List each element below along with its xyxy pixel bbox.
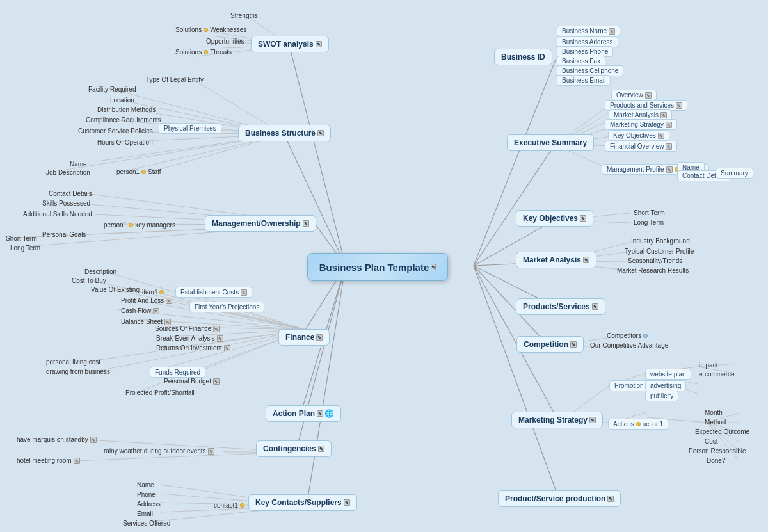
es-summary: Summary	[716, 168, 753, 179]
comp-edit-icon[interactable]: ✎	[570, 341, 577, 348]
ma-research: Market Research Results	[614, 266, 691, 275]
market-analysis-node[interactable]: Market Analysis ✎	[516, 252, 596, 268]
svg-line-0	[289, 45, 346, 266]
bs-distribution: Distribution Methods	[95, 106, 158, 114]
es-marketing: Marketing Strategy ✎	[605, 119, 677, 130]
fin-roi-icon[interactable]: ✎	[224, 345, 230, 351]
bid-name-icon[interactable]: ✎	[609, 28, 615, 35]
fin-src-icon[interactable]: ✎	[213, 326, 220, 332]
psp-edit-icon[interactable]: ✎	[607, 496, 614, 502]
fin-description: Description	[82, 268, 119, 276]
business-id-label: Business ID	[501, 52, 545, 61]
market-analysis-label: Market Analysis	[523, 255, 581, 264]
fin-personal-living: personal living cost	[44, 358, 103, 366]
finance-node[interactable]: Finance ✎	[278, 329, 330, 346]
swot-solutions-w: SolutionsWeaknesses	[173, 26, 249, 34]
executive-summary-node[interactable]: Executive Summary	[507, 134, 594, 151]
fin-profit-loss: Profit And Loss ✎	[118, 296, 175, 305]
svg-line-8	[474, 145, 555, 266]
ms-done: Done?	[704, 456, 728, 465]
fin-bs-icon[interactable]: ✎	[164, 319, 171, 325]
cont-marquis-icon[interactable]: ✎	[90, 437, 97, 443]
ap-edit-icon[interactable]: ✎	[317, 410, 323, 417]
ps-edit-icon[interactable]: ✎	[592, 303, 598, 310]
svg-line-5	[296, 266, 346, 452]
bs-person1: person1Staff	[114, 168, 164, 176]
product-service-production-node[interactable]: Product/Service production ✎	[498, 490, 621, 507]
fin-edit-icon[interactable]: ✎	[316, 334, 323, 341]
ms-actions-node[interactable]: Actions action1	[608, 419, 668, 430]
fin-pl-icon[interactable]: ✎	[166, 298, 172, 304]
bs-customer-service: Customer Service Policies	[76, 127, 156, 135]
es-ko-icon[interactable]: ✎	[658, 133, 664, 139]
cont-rainy: rainy weather during outdoor events ✎	[101, 447, 217, 455]
ms-ecommerce: e-commerce	[696, 370, 737, 378]
cont-edit-icon[interactable]: ✎	[318, 446, 324, 452]
ko-short: Short Term	[631, 209, 668, 217]
product-service-production-label: Product/Service production	[505, 494, 605, 503]
fin-projected: Projected Profit/Shortfall	[123, 389, 197, 397]
swot-opportunities: Opportunities	[204, 37, 246, 45]
ma-customer: Typical Customer Profile	[622, 247, 696, 255]
es-prod-icon[interactable]: ✎	[676, 102, 682, 109]
products-services-label: Products/Services	[523, 302, 590, 311]
key-contacts-node[interactable]: Key Contacts/Suppliers ✎	[248, 494, 357, 511]
fin-pb-icon[interactable]: ✎	[213, 378, 220, 385]
mo-long: Long Term	[8, 244, 43, 252]
bs-edit-icon[interactable]: ✎	[317, 130, 324, 136]
bs-hours: Hours Of Operation	[95, 138, 156, 147]
bid-email: Business Email	[557, 75, 611, 86]
ms-publicity: publicity	[645, 391, 678, 401]
fin-funds-node[interactable]: Funds Required	[150, 367, 205, 378]
business-structure-node[interactable]: Business Structure ✎	[238, 125, 331, 141]
comp-competitors: Competitors	[604, 332, 652, 340]
es-mgmt-icon[interactable]: ✎	[666, 166, 673, 173]
bs-facility: Facility Required	[86, 85, 138, 93]
cont-hotel: hotel meeting room ✎	[14, 456, 83, 465]
mgmt-edit-icon[interactable]: ✎	[303, 220, 309, 227]
ma-industry: Industry Background	[628, 237, 692, 245]
ms-promotion[interactable]: Promotion	[609, 380, 649, 391]
es-ov-icon[interactable]: ✎	[645, 92, 652, 99]
es-mkts-icon[interactable]: ✎	[666, 122, 672, 128]
marketing-strategy-node[interactable]: Marketing Strategy ✎	[511, 412, 603, 428]
es-fin-icon[interactable]: ✎	[666, 143, 672, 150]
bs-physical[interactable]: Physical Premises	[159, 123, 221, 134]
es-key-obj: Key Objectives ✎	[608, 130, 669, 141]
fin-be-icon[interactable]: ✎	[217, 335, 223, 342]
management-node[interactable]: Management/Ownership ✎	[205, 215, 316, 232]
competition-node[interactable]: Competition ✎	[516, 336, 584, 353]
ms-month: Month	[702, 408, 725, 417]
fin-first-year-node[interactable]: First Year's Projections	[189, 302, 264, 312]
mo-personal-goals: Personal Goals	[40, 230, 88, 239]
ms-expected: Expected Outcome	[692, 428, 752, 436]
es-mkt-icon[interactable]: ✎	[660, 112, 667, 118]
contingencies-node[interactable]: Contingencies ✎	[256, 440, 332, 457]
swot-node[interactable]: SWOT analysis ✎	[251, 36, 329, 52]
svg-line-6	[307, 266, 346, 506]
ms-impact: impact	[696, 361, 720, 369]
kc-contact1: contact1	[211, 501, 249, 510]
kc-services: Services Offered	[120, 519, 173, 528]
ms-edit-icon[interactable]: ✎	[589, 417, 596, 423]
key-objectives-node[interactable]: Key Objectives ✎	[516, 210, 593, 227]
bs-compliance: Compliance Requirements	[83, 116, 164, 124]
fin-est-edit[interactable]: ✎	[241, 289, 247, 296]
ko-edit-icon[interactable]: ✎	[580, 215, 586, 222]
kc-phone: Phone	[134, 490, 158, 499]
mo-contact: Contact Details	[46, 189, 95, 198]
fin-establishment-node[interactable]: Establishment Costs ✎	[175, 287, 252, 298]
ms-website: website plan	[645, 369, 691, 380]
ma-edit-icon[interactable]: ✎	[583, 257, 589, 263]
business-id-node[interactable]: Business ID	[494, 49, 552, 65]
edit-icon[interactable]: ✎	[431, 264, 436, 270]
cont-hotel-icon[interactable]: ✎	[74, 458, 80, 464]
es-financial: Financial Overview ✎	[605, 141, 677, 152]
cont-rainy-icon[interactable]: ✎	[208, 448, 214, 455]
bs-job: Job Description	[44, 168, 93, 177]
swot-edit-icon[interactable]: ✎	[316, 41, 322, 47]
action-plan-node[interactable]: Action Plan ✎ 🌐	[266, 405, 341, 422]
kc-edit-icon[interactable]: ✎	[344, 499, 350, 506]
products-services-node[interactable]: Products/Services ✎	[516, 298, 605, 315]
fin-cf-icon[interactable]: ✎	[153, 308, 159, 314]
